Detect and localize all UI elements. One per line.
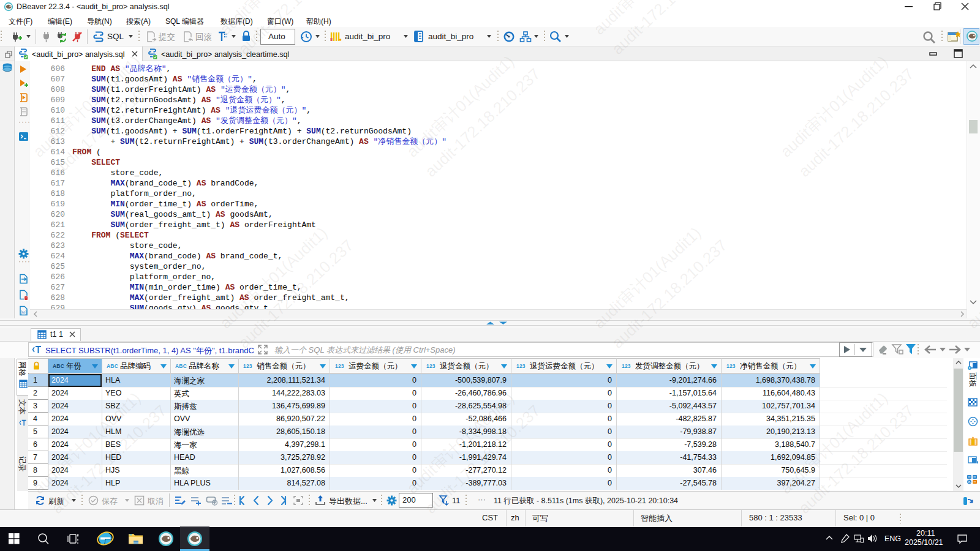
- svg-text:(ω): (ω): [21, 310, 27, 315]
